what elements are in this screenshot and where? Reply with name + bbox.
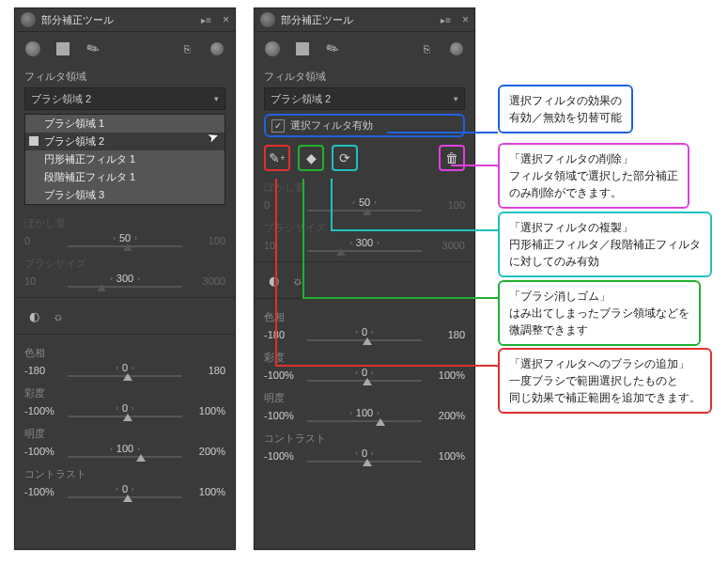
bri-slider[interactable]: -100% ‹100› 200%: [255, 405, 474, 426]
slider-min: -100%: [24, 446, 62, 457]
circle-filter-icon[interactable]: [262, 39, 283, 59]
close-icon[interactable]: ×: [223, 13, 229, 26]
bri-slider[interactable]: -100% ‹100› 200%: [15, 441, 235, 462]
dropdown-item[interactable]: 円形補正フィルタ 1: [25, 150, 225, 168]
slider-max: 200%: [188, 446, 225, 457]
slider-value: 50: [359, 196, 370, 208]
slider-min: -180: [24, 365, 62, 376]
chevron-down-icon: ▾: [214, 94, 219, 103]
gradient-filter-icon[interactable]: [292, 39, 313, 59]
slider-max: 100%: [188, 405, 225, 416]
slider-value: 50: [119, 232, 131, 243]
callout-magenta: 「選択フィルタの削除」 フィルタ領域で選択した部分補正 のみ削除ができます。: [498, 143, 689, 209]
callout-cyan: 「選択フィルタの複製」 円形補正フィルタ／段階補正フィルタ に対してのみ有効: [498, 212, 712, 277]
title-bar: 部分補正ツール ▸≡ ×: [255, 8, 474, 32]
slider-max: 100%: [188, 486, 225, 497]
brush-size-slider[interactable]: 10 ‹300› 3000: [15, 271, 235, 291]
app-icon: [21, 12, 36, 27]
callout-blue: 選択フィルタの効果の 有効／無効を切替可能: [498, 85, 633, 133]
brush-size-label: ブラシサイズ: [15, 251, 235, 271]
copy-icon[interactable]: ⎘: [177, 39, 197, 59]
app-icon: [260, 12, 275, 27]
toolbar: ✎ ⎘: [255, 32, 474, 66]
hue-slider[interactable]: -180 ‹0› 180: [15, 360, 235, 381]
slider-value: 100: [356, 407, 373, 418]
con-slider[interactable]: -100% ‹0› 100%: [15, 481, 235, 502]
slider-min: -100%: [24, 405, 62, 416]
dropdown-item[interactable]: 段階補正フィルタ 1: [25, 168, 225, 186]
callout-line: 有効／無効を切替可能: [509, 109, 622, 126]
slider-max: 100: [188, 235, 225, 246]
blur-label: ぼかし量: [15, 211, 235, 230]
sat-slider[interactable]: -100% ‹0› 100%: [15, 400, 235, 421]
callout-line: 「ブラシ消しゴム」: [509, 288, 689, 305]
panel-menu-icon[interactable]: ▸≡: [201, 15, 211, 25]
erase-brush-icon[interactable]: ◆: [298, 145, 324, 171]
brush-icon[interactable]: ✎: [318, 35, 347, 63]
copy-icon[interactable]: ⎘: [416, 39, 437, 59]
duplicate-filter-icon[interactable]: ⟳: [332, 145, 358, 171]
panel-menu-icon[interactable]: ▸≡: [441, 15, 451, 25]
gradient-filter-icon[interactable]: [53, 39, 73, 59]
eyedropper-icon[interactable]: ◐: [264, 272, 283, 289]
enable-filter-checkbox[interactable]: ✓ 選択フィルタ有効: [264, 114, 465, 137]
new-layer-icon[interactable]: [446, 39, 467, 59]
enable-filter-label: 選択フィルタ有効: [290, 118, 373, 133]
blur-slider[interactable]: 0 ‹50› 100: [255, 195, 474, 215]
sun-icon[interactable]: ☼: [49, 307, 68, 324]
con-slider[interactable]: -100% ‹0› 100%: [255, 446, 474, 466]
slider-max: 100%: [427, 450, 465, 462]
filter-area-dropdown[interactable]: ブラシ領域 2 ▾: [24, 87, 225, 110]
dropdown-item[interactable]: ブラシ領域 3: [25, 186, 225, 204]
delete-filter-icon[interactable]: 🗑: [439, 145, 465, 171]
callout-line: 選択フィルタの効果の: [509, 92, 622, 109]
callout-line: のみ削除ができます。: [509, 184, 678, 201]
close-icon[interactable]: ×: [462, 13, 469, 26]
filter-area-dropdown[interactable]: ブラシ領域 2 ▾: [264, 87, 465, 110]
panel-title: 部分補正ツール: [281, 13, 435, 27]
slider-max: 100%: [427, 369, 465, 381]
hue-slider[interactable]: -180 ‹0› 180: [255, 324, 474, 345]
dropdown-selected: ブラシ領域 2: [31, 92, 214, 106]
callout-green: 「ブラシ消しゴム」 はみ出てしまったブラシ領域などを 微調整できます: [498, 280, 701, 346]
slider-min: 0: [24, 235, 62, 246]
leader-line: [275, 365, 498, 367]
dropdown-item[interactable]: ブラシ領域 2: [25, 133, 225, 150]
slider-value: 0: [362, 367, 367, 378]
callout-line: 「選択フィルタの複製」: [509, 219, 701, 236]
panel-left: 部分補正ツール ▸≡ × ✎ ⎘ フィルタ領域 ブラシ領域 2 ▾ ブラシ領域 …: [14, 8, 236, 550]
sat-slider[interactable]: -100% ‹0› 100%: [255, 365, 474, 385]
brush-icon[interactable]: ✎: [79, 35, 107, 63]
slider-value: 0: [122, 362, 128, 373]
slider-value: 0: [122, 483, 128, 494]
slider-min: -100%: [264, 450, 302, 462]
leader-line: [387, 132, 498, 133]
add-brush-icon[interactable]: ✎+: [264, 145, 290, 171]
dropdown-list: ブラシ領域 1 ブラシ領域 2 円形補正フィルタ 1 段階補正フィルタ 1 ブラ…: [24, 114, 225, 205]
callout-line: に対してのみ有効: [509, 253, 701, 270]
slider-min: -180: [264, 329, 302, 340]
new-layer-icon[interactable]: [207, 39, 227, 59]
callout-line: 同じ効果で補正範囲を追加できます。: [509, 389, 701, 406]
callout-line: 「選択フィルタへのブラシの追加」: [509, 355, 701, 372]
circle-filter-icon[interactable]: [23, 39, 43, 59]
callout-line: 「選択フィルタの削除」: [509, 150, 678, 167]
hue-label: 色相: [255, 305, 474, 324]
slider-value: 0: [362, 326, 367, 337]
brush-size-slider[interactable]: 10 ‹300› 3000: [255, 235, 474, 256]
dropdown-item[interactable]: ブラシ領域 1: [25, 115, 225, 133]
blur-slider[interactable]: 0 ‹50› 100: [15, 230, 235, 251]
callout-line: 微調整できます: [509, 322, 689, 338]
sun-icon[interactable]: ☼: [288, 272, 307, 289]
leader-line: [302, 297, 498, 299]
bri-label: 明度: [255, 385, 474, 405]
eyedropper-icon[interactable]: ◐: [24, 307, 43, 324]
filter-area-section: フィルタ領域: [15, 66, 235, 87]
leader-line: [451, 165, 498, 166]
chevron-down-icon: ▾: [454, 94, 458, 103]
leader-line: [302, 179, 304, 297]
brush-size-label: ブラシサイズ: [255, 215, 474, 235]
slider-max: 200%: [427, 410, 465, 421]
blur-label: ぼかし量: [255, 175, 474, 195]
slider-value: 100: [116, 443, 133, 454]
